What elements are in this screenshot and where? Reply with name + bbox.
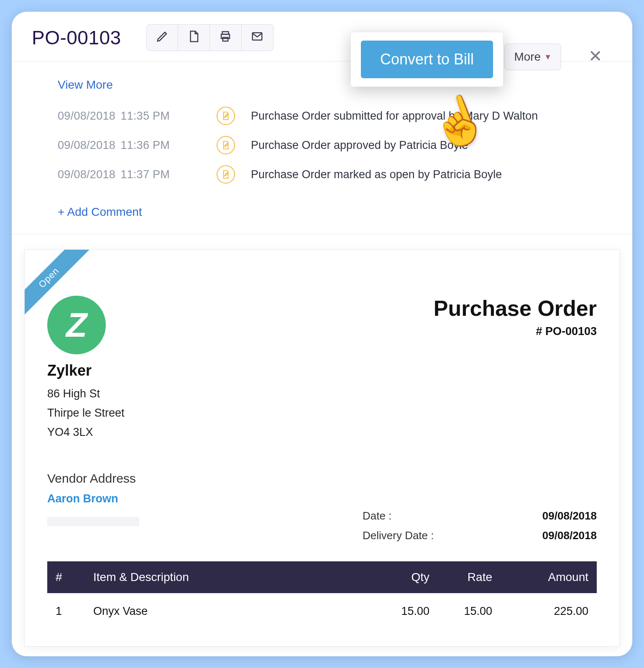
col-desc-header: Item & Description (93, 571, 375, 584)
history-row: 09/08/201811:35 PM Purchase Order submit… (58, 107, 632, 125)
document-edit-icon (217, 107, 235, 125)
date-value: 09/08/2018 (542, 509, 597, 522)
line-items-table: # Item & Description Qty Rate Amount 1 O… (47, 561, 597, 630)
convert-popover: Convert to Bill (350, 32, 503, 87)
delivery-date-value: 09/08/2018 (542, 529, 597, 542)
edit-button[interactable] (146, 24, 178, 51)
cell-amount: 225.00 (492, 605, 588, 618)
close-button[interactable]: ✕ (584, 44, 607, 68)
convert-to-bill-button[interactable]: Convert to Bill (361, 41, 493, 78)
history-timestamp: 09/08/201811:36 PM (58, 139, 217, 152)
po-document: Open Z Zylker 86 High St Thirpe le Stree… (24, 249, 620, 647)
print-button[interactable] (210, 24, 242, 51)
history-timestamp: 09/08/201811:37 PM (58, 168, 217, 181)
document-edit-icon (217, 136, 235, 154)
col-rate-header: Rate (429, 571, 492, 584)
close-icon: ✕ (588, 46, 603, 66)
dates-block: Date : 09/08/2018 Delivery Date : 09/08/… (363, 506, 597, 545)
vendor-name-link[interactable]: Aaron Brown (47, 492, 118, 505)
doc-title-block: Purchase Order # PO-00103 (434, 296, 597, 338)
history-section: View More 09/08/201811:35 PM Purchase Or… (12, 61, 632, 234)
email-button[interactable] (242, 24, 273, 51)
history-text: Purchase Order submitted for approval by… (251, 110, 538, 123)
company-address: 86 High St Thirpe le Street YO4 3LX (47, 384, 125, 442)
document-edit-icon (217, 165, 235, 184)
company-name: Zylker (47, 362, 125, 379)
pencil-icon (156, 30, 169, 46)
pdf-button[interactable] (178, 24, 210, 51)
more-button[interactable]: More ▼ (504, 44, 561, 70)
delivery-date-label: Delivery Date : (363, 529, 434, 542)
table-header: # Item & Description Qty Rate Amount (47, 561, 597, 593)
cell-rate: 15.00 (429, 605, 492, 618)
history-timestamp: 09/08/201811:35 PM (58, 110, 217, 123)
printer-icon (219, 30, 232, 46)
toolbar (146, 24, 273, 51)
cell-num: 1 (56, 605, 93, 618)
history-row: 09/08/201811:37 PM Purchase Order marked… (58, 165, 632, 184)
pdf-icon (187, 30, 200, 46)
caret-down-icon: ▼ (544, 53, 552, 61)
doc-title: Purchase Order (434, 296, 597, 321)
cell-desc: Onyx Vase (93, 605, 375, 618)
history-text: Purchase Order marked as open by Patrici… (251, 168, 502, 181)
history-row: 09/08/201811:36 PM Purchase Order approv… (58, 136, 632, 154)
add-comment-link[interactable]: + Add Comment (58, 205, 142, 219)
status-badge: Open (25, 250, 91, 320)
more-label: More (514, 50, 541, 64)
doc-number: # PO-00103 (434, 325, 597, 338)
col-amt-header: Amount (492, 571, 588, 584)
mail-icon (251, 30, 263, 46)
table-row: 1 Onyx Vase 15.00 15.00 225.00 (47, 593, 597, 630)
vendor-heading: Vendor Address (47, 471, 597, 486)
cell-qty: 15.00 (375, 605, 429, 618)
col-qty-header: Qty (375, 571, 429, 584)
status-ribbon: Open (25, 250, 96, 321)
address-placeholder (47, 517, 139, 526)
page-title: PO-00103 (32, 26, 121, 49)
view-more-link[interactable]: View More (58, 78, 113, 92)
col-num-header: # (56, 571, 93, 584)
date-label: Date : (363, 509, 391, 522)
